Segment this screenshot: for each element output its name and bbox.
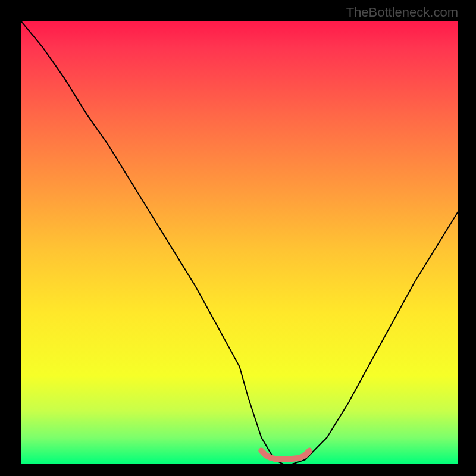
chart-canvas: TheBottleneck.com	[0, 0, 476, 476]
plot-area	[21, 21, 458, 464]
watermark-text: TheBottleneck.com	[346, 5, 458, 20]
gradient-background	[21, 21, 458, 464]
